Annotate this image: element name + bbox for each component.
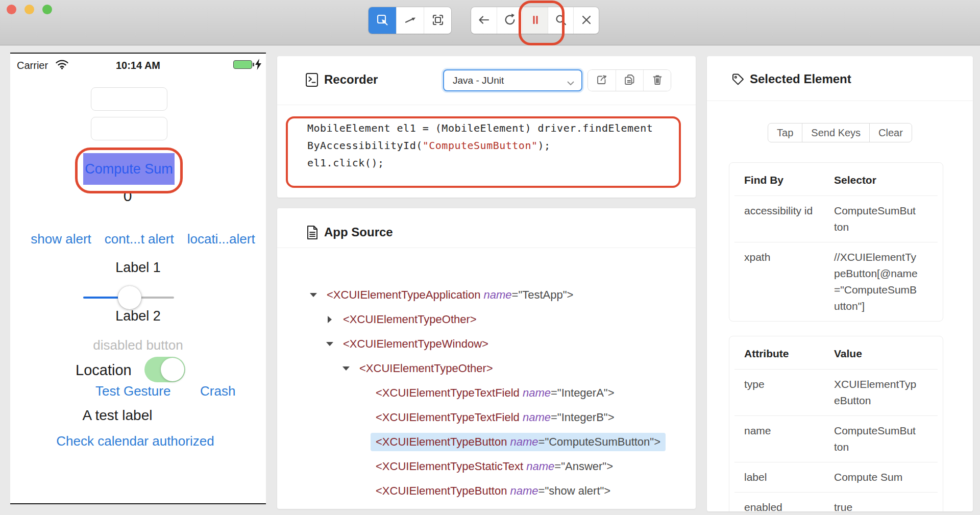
element-actions-group: TapSend KeysClear (707, 123, 973, 142)
tree-node[interactable]: <XCUIElementTypeWindow> (277, 332, 696, 356)
app-source-header-divider (277, 248, 696, 248)
recorder-header-divider (277, 105, 696, 105)
tap-by-coordinates-button[interactable] (424, 7, 451, 34)
back-icon (477, 13, 491, 29)
device-screenshot-panel[interactable]: Carrier 10:14 AM Compute Sum 0 show aler… (10, 53, 266, 504)
recorder-title: Recorder (324, 72, 378, 87)
clear-recording-button[interactable] (643, 70, 671, 91)
tap-coordinates-icon (431, 13, 445, 29)
slider-thumb[interactable] (118, 286, 141, 309)
caret-right-icon[interactable] (325, 316, 335, 323)
language-selected-value: Java - JUnit (453, 75, 504, 86)
alert-link[interactable]: locati...alert (187, 231, 255, 247)
swipe-by-coordinates-button[interactable] (396, 7, 424, 34)
close-window-button[interactable] (7, 5, 16, 14)
app-source-panel: App Source <XCUIElementTypeApplication n… (277, 208, 696, 509)
table-row: labelCompute Sum (734, 462, 938, 492)
compute-sum-button[interactable]: Compute Sum (83, 153, 175, 185)
label-2: Label 2 (10, 308, 266, 324)
table-row: accessibility idComputeSumButton (734, 195, 938, 242)
disabled-button: disabled button (10, 337, 266, 353)
tree-node[interactable]: <XCUIElementTypeTextField name="IntegerB… (277, 405, 696, 430)
table-row: enabledtrue (734, 492, 938, 511)
select-element-icon (375, 13, 389, 29)
integer-a-field[interactable] (91, 87, 167, 111)
search-button[interactable] (548, 7, 573, 34)
window-titlebar (0, 0, 980, 45)
caret-down-icon[interactable] (341, 366, 351, 371)
tree-node[interactable]: <XCUIElementTypeOther> (277, 356, 696, 381)
alert-link[interactable]: show alert (31, 231, 91, 247)
alert-link[interactable]: cont...t alert (105, 231, 174, 247)
answer-label: 0 (10, 187, 245, 205)
source-tree: <XCUIElementTypeApplication name="TestAp… (277, 283, 696, 503)
session-controls-group (471, 7, 599, 34)
caret-down-icon[interactable] (308, 293, 318, 297)
back-button[interactable] (471, 7, 497, 34)
test-gesture-link[interactable]: Test Gesture (95, 383, 170, 399)
selected-element-panel: Selected Element TapSend KeysClear Find … (707, 56, 973, 511)
search-icon (554, 13, 568, 29)
recorder-actions-group (588, 70, 671, 91)
tree-node[interactable]: <XCUIElementTypeButton name="show alert"… (277, 479, 696, 503)
tree-node[interactable]: <XCUIElementTypeButton name="ComputeSumB… (277, 430, 696, 454)
tap-action-button[interactable]: Tap (768, 123, 802, 142)
caret-down-icon[interactable] (325, 342, 335, 346)
refresh-button[interactable] (497, 7, 522, 34)
recorder-icon (305, 72, 319, 89)
selected-element-header-divider (707, 101, 973, 101)
clock-label: 10:14 AM (10, 59, 266, 72)
refresh-icon (503, 13, 517, 29)
find-by-table: Find BySelectoraccessibility idComputeSu… (729, 162, 943, 322)
export-icon (596, 73, 608, 87)
swipe-icon (403, 13, 418, 29)
language-dropdown[interactable]: Java - JUnit (443, 69, 582, 91)
copy-code-button[interactable] (616, 70, 643, 91)
export-code-button[interactable] (588, 70, 616, 91)
clear-action-button[interactable]: Clear (869, 123, 912, 142)
table-header: Find BySelector (734, 163, 938, 195)
table-header: AttributeValue (734, 336, 938, 369)
table-row: nameComputeSumButton (734, 415, 938, 462)
zoom-window-button[interactable] (42, 5, 52, 14)
location-label: Location (76, 362, 132, 379)
close-icon (579, 13, 594, 29)
document-icon (306, 225, 318, 242)
integer-b-field[interactable] (91, 117, 167, 140)
selected-element-title: Selected Element (750, 72, 851, 86)
code-block: MobileElement el1 = (MobileElement) driv… (307, 119, 653, 171)
appium-inspector-window: Carrier 10:14 AM Compute Sum 0 show aler… (0, 0, 980, 515)
location-switch[interactable] (144, 357, 185, 382)
tag-icon (731, 72, 745, 89)
alert-links-row: show alertcont...t alertlocati...alert (31, 231, 255, 247)
table-row: xpath//XCUIElementTypeButton[@name="Comp… (734, 242, 938, 321)
select-elements-mode-button[interactable] (369, 7, 396, 34)
tree-node[interactable]: <XCUIElementTypeApplication name="TestAp… (277, 283, 696, 307)
switch-knob (161, 358, 184, 381)
battery-icon (233, 60, 252, 69)
tree-node[interactable]: <XCUIElementTypeOther> (277, 307, 696, 332)
recorder-panel: Recorder Java - JUnit (277, 56, 696, 198)
chevron-down-icon (567, 79, 574, 88)
charging-bolt-icon (255, 59, 262, 72)
traffic-lights (7, 5, 52, 14)
attributes-table: AttributeValuetypeXCUIElementTypeButtonn… (729, 336, 943, 511)
pause-icon (528, 13, 543, 29)
table-row: typeXCUIElementTypeButton (734, 369, 938, 415)
send-keys-action-button[interactable]: Send Keys (802, 123, 870, 142)
copy-icon (624, 73, 636, 87)
label-1: Label 1 (10, 260, 266, 276)
check-calendar-link[interactable]: Check calendar authorized (10, 433, 260, 449)
pause-recording-button[interactable] (522, 7, 548, 34)
minimize-window-button[interactable] (24, 5, 34, 14)
close-session-button[interactable] (573, 7, 599, 34)
tree-node[interactable]: <XCUIElementTypeTextField name="IntegerA… (277, 381, 696, 405)
test-label: A test label (10, 407, 225, 424)
app-source-title: App Source (324, 225, 393, 239)
interaction-mode-group (369, 7, 451, 34)
crash-link[interactable]: Crash (200, 383, 235, 399)
trash-icon (651, 73, 664, 87)
tree-node[interactable]: <XCUIElementTypeStaticText name="Answer"… (277, 454, 696, 479)
